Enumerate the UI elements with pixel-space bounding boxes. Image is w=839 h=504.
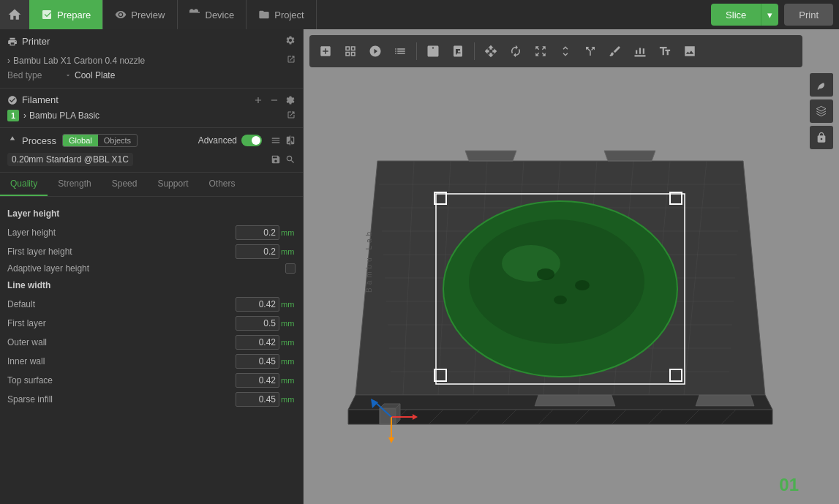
advanced-label: Advanced xyxy=(198,135,237,146)
preview-icon xyxy=(115,9,127,20)
tab-device-label: Device xyxy=(206,10,235,20)
preset-actions xyxy=(271,154,296,165)
toolbar-object-list[interactable] xyxy=(388,40,412,63)
svg-marker-34 xyxy=(535,395,615,406)
process-section: Process Global Objects Advanced 0.20mm S… xyxy=(0,128,303,173)
toolbar-move[interactable] xyxy=(479,40,503,63)
setting-layer-height: Layer height mm xyxy=(7,223,296,242)
filament-header: Filament xyxy=(7,94,296,105)
setting-top-surface-width-value: mm xyxy=(236,373,296,388)
tab-preview-label: Preview xyxy=(131,10,165,20)
filament-gear-icon[interactable] xyxy=(285,95,296,105)
auto-icon xyxy=(369,45,382,58)
filament-add-icon[interactable] xyxy=(253,95,263,105)
sparse-infill-width-input[interactable] xyxy=(236,392,279,407)
tab-others[interactable]: Others xyxy=(198,173,245,196)
viewport-number-badge: 01 xyxy=(779,475,799,495)
filament-external-link[interactable] xyxy=(287,110,296,121)
text-icon xyxy=(658,45,671,58)
filament-name[interactable]: › Bambu PLA Basic xyxy=(23,110,282,121)
top-surface-width-input[interactable] xyxy=(236,373,279,388)
topbar: Prepare Preview Device Project Slice ▾ P… xyxy=(0,0,839,29)
tab-preview[interactable]: Preview xyxy=(103,0,177,29)
print-button[interactable]: Print xyxy=(784,4,833,26)
adaptive-layer-height-checkbox[interactable] xyxy=(285,263,296,274)
first-layer-width-input[interactable] xyxy=(236,316,279,331)
viewport-lock[interactable] xyxy=(810,126,833,149)
gear-icon xyxy=(285,35,296,45)
viewport-background: ✕ xyxy=(304,29,839,504)
advanced-toggle[interactable] xyxy=(241,135,262,146)
toolbar-p-button[interactable] xyxy=(446,40,470,63)
tab-prepare[interactable]: Prepare xyxy=(29,0,103,29)
tab-quality[interactable]: Quality xyxy=(0,173,48,196)
printer-gear-button[interactable] xyxy=(285,35,296,48)
preset-search-icon[interactable] xyxy=(285,154,296,165)
rotate-icon xyxy=(509,45,522,58)
printer-icon xyxy=(7,37,18,47)
svg-marker-53 xyxy=(388,437,394,443)
toolbar-support-paint[interactable] xyxy=(628,40,652,63)
prepare-icon xyxy=(41,9,53,20)
tab-strength[interactable]: Strength xyxy=(48,173,101,196)
tab-speed[interactable]: Speed xyxy=(102,173,148,196)
toolbar-rotate[interactable] xyxy=(504,40,527,63)
home-button[interactable] xyxy=(0,0,29,29)
filament-remove-icon[interactable] xyxy=(269,95,279,105)
setting-inner-wall-width-value: mm xyxy=(236,354,296,369)
filament-item: 1 › Bambu PLA Basic xyxy=(7,110,296,121)
process-toggle-group: Global Objects xyxy=(62,134,138,147)
toolbar-add-object[interactable] xyxy=(314,40,337,63)
preset-selector[interactable]: 0.20mm Standard @BBL X1C xyxy=(7,153,133,166)
bed-type-selector[interactable]: Cool Plate xyxy=(64,70,115,80)
quality-tabs: Quality Strength Speed Support Others xyxy=(0,173,303,197)
toolbar-auto[interactable] xyxy=(364,40,387,63)
first-layer-height-input[interactable] xyxy=(236,244,279,259)
toolbar-plate[interactable] xyxy=(421,40,445,63)
object-list-icon xyxy=(394,45,407,58)
printer-label: Printer xyxy=(22,36,50,47)
setting-first-layer-height: First layer height mm xyxy=(7,242,296,261)
topbar-right: Slice ▾ Print xyxy=(711,4,839,26)
plate-icon xyxy=(426,45,440,58)
home-icon xyxy=(7,7,22,22)
toolbar-scale[interactable] xyxy=(529,40,552,63)
printer-external-link[interactable] xyxy=(287,55,296,66)
setting-top-surface-width: Top surface mm xyxy=(7,371,296,390)
svg-marker-33 xyxy=(604,151,655,161)
bed-type-row: Bed type Cool Plate xyxy=(7,69,296,82)
3d-bed-scene: Bambu Lab xyxy=(318,73,802,489)
filament-number: 1 xyxy=(7,110,19,121)
slice-dropdown-button[interactable]: ▾ xyxy=(761,4,778,26)
toolbar-grid[interactable] xyxy=(339,40,362,63)
toolbar-text[interactable] xyxy=(653,40,677,63)
process-compare-icon[interactable] xyxy=(285,135,296,146)
svg-text:Bambu Lab: Bambu Lab xyxy=(365,228,373,292)
tab-support[interactable]: Support xyxy=(147,173,198,196)
toolbar-split[interactable] xyxy=(579,40,602,63)
split-icon xyxy=(584,45,597,58)
toolbar-paint[interactable] xyxy=(603,40,627,63)
line-width-group-label: Line width xyxy=(7,280,296,290)
toolbar-more[interactable] xyxy=(678,40,701,63)
toggle-objects[interactable]: Objects xyxy=(98,135,137,146)
preset-save-icon[interactable] xyxy=(271,154,281,165)
viewport-reset-view[interactable] xyxy=(810,73,833,97)
external-link-icon xyxy=(287,55,296,64)
filament-chevron-icon: › xyxy=(23,110,26,121)
setting-first-layer-width: First layer mm xyxy=(7,314,296,333)
default-width-input[interactable] xyxy=(236,297,279,312)
toolbar-flatten[interactable] xyxy=(554,40,577,63)
inner-wall-width-input[interactable] xyxy=(236,354,279,369)
process-list-icon[interactable] xyxy=(271,135,281,146)
viewport-iso-view[interactable] xyxy=(810,99,833,123)
filament-icon xyxy=(7,95,18,105)
tab-device[interactable]: Device xyxy=(178,0,247,29)
slice-button[interactable]: Slice xyxy=(711,4,761,26)
setting-default-width-value: mm xyxy=(236,297,296,312)
tab-project[interactable]: Project xyxy=(247,0,316,29)
layer-height-group-label: Layer height xyxy=(7,208,296,219)
layer-height-input[interactable] xyxy=(236,225,279,240)
outer-wall-width-input[interactable] xyxy=(236,335,279,350)
toggle-global[interactable]: Global xyxy=(63,135,98,146)
